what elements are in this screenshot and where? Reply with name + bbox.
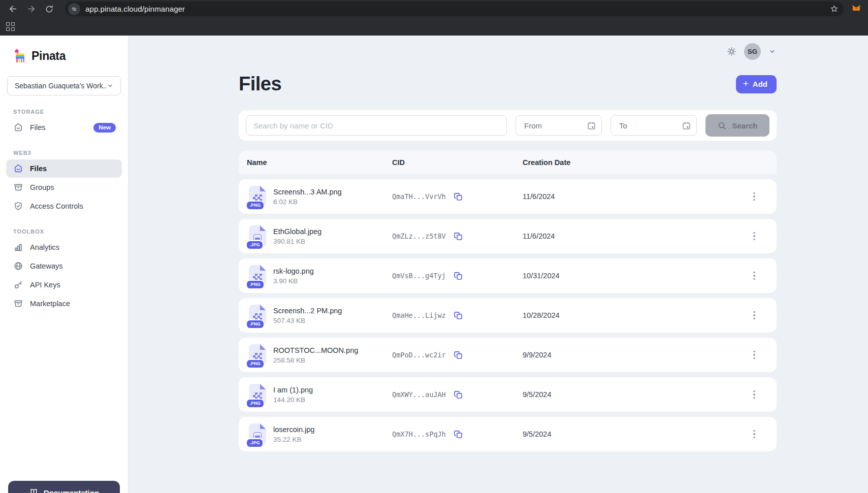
table-row[interactable]: .PNG I am (1).png 144.20 KB QmXWY...auJA… <box>239 377 777 412</box>
url-text[interactable]: app.pinata.cloud/pinmanager <box>85 5 825 13</box>
pinata-icon <box>13 49 27 63</box>
sidebar-item-access-controls[interactable]: Access Controls <box>6 197 122 215</box>
account-bar: SG <box>239 36 777 60</box>
file-type-icon: .PNG <box>249 265 266 286</box>
date-from-field[interactable] <box>516 115 602 136</box>
file-name: ROOTSTOC...MOON.png <box>273 346 358 354</box>
box-icon <box>13 182 23 192</box>
date-to-field[interactable] <box>610 115 697 136</box>
table-row[interactable]: .JPG losercoin.jpg 35.22 KB QmX7H...sPqJ… <box>239 417 777 451</box>
sidebar-item-groups[interactable]: Groups <box>6 178 122 196</box>
add-button[interactable]: + Add <box>736 75 777 93</box>
file-type-icon: .JPG <box>249 423 266 445</box>
creation-date: 10/31/2024 <box>523 272 748 280</box>
sidebar-item-analytics[interactable]: Analytics <box>6 238 122 256</box>
file-name: losercoin.jpg <box>273 425 314 434</box>
copy-icon <box>454 311 463 320</box>
site-settings-icon[interactable] <box>68 3 80 15</box>
bookmark-star-icon[interactable] <box>830 5 839 13</box>
row-menu-button[interactable] <box>748 270 760 282</box>
theme-toggle-sun-icon[interactable] <box>726 46 737 57</box>
section-toolbox: TOOLBOX <box>13 228 122 235</box>
sidebar-item-api-keys[interactable]: API Keys <box>6 276 122 294</box>
creation-date: 9/5/2024 <box>523 390 748 399</box>
sidebar-item-label: Files <box>30 165 47 173</box>
column-cid: CID <box>392 158 523 167</box>
row-menu-button[interactable] <box>748 190 760 203</box>
browser-url-bar[interactable]: app.pinata.cloud/pinmanager <box>65 2 844 16</box>
file-type-icon: .PNG <box>249 384 266 405</box>
creation-date: 9/5/2024 <box>523 430 748 438</box>
bookmarks-bar <box>0 18 868 36</box>
sidebar-item-storage-files[interactable]: Files New <box>6 118 122 137</box>
file-type-icon: .JPG <box>249 225 266 247</box>
file-name: Screensh...3 AM.png <box>273 188 342 196</box>
creation-date: 11/6/2024 <box>523 192 748 201</box>
table-row[interactable]: .PNG rsk-logo.png 3.90 KB QmVsB...g4Tyj … <box>239 258 777 293</box>
sidebar-item-label: API Keys <box>30 281 60 289</box>
workspace-selector[interactable]: Sebastian Guaqueta's Work... <box>7 76 121 95</box>
documentation-label: Documentation <box>44 488 99 493</box>
search-icon <box>717 121 727 130</box>
copy-cid-button[interactable] <box>454 271 463 281</box>
browser-toolbar: app.pinata.cloud/pinmanager <box>0 0 868 18</box>
file-name: EthGlobal.jpeg <box>273 227 322 236</box>
browser-back-button[interactable] <box>6 3 19 16</box>
date-to-input[interactable] <box>618 121 678 130</box>
copy-cid-button[interactable] <box>454 311 463 320</box>
account-chevron-down-icon[interactable] <box>768 47 777 56</box>
copy-cid-button[interactable] <box>454 350 463 360</box>
pinata-logo[interactable]: Pinata <box>6 49 122 63</box>
copy-cid-button[interactable] <box>454 192 463 202</box>
table-row[interactable]: .PNG Screensh...2 PM.png 507.43 KB QmaHe… <box>239 298 777 333</box>
file-cid: QmXWY...auJAH <box>392 390 446 399</box>
sidebar-item-web3-files[interactable]: Files <box>6 159 122 178</box>
metamask-extension-icon[interactable] <box>851 4 862 15</box>
file-name: rsk-logo.png <box>273 267 314 275</box>
copy-cid-button[interactable] <box>454 232 463 241</box>
row-menu-button[interactable] <box>748 388 760 401</box>
copy-icon <box>454 350 463 360</box>
calendar-icon[interactable] <box>587 121 596 130</box>
bar-chart-icon <box>13 242 23 252</box>
file-cid: QmaTH...VvrVh <box>392 192 446 201</box>
search-button[interactable]: Search <box>705 114 769 137</box>
copy-icon <box>454 271 463 281</box>
sidebar-item-label: Analytics <box>30 243 59 251</box>
search-button-label: Search <box>732 121 757 130</box>
row-menu-button[interactable] <box>748 349 760 361</box>
file-cid: QmX7H...sPqJh <box>392 430 446 438</box>
sidebar-item-label: Files <box>30 123 46 132</box>
file-type-badge: .JPG <box>246 240 264 250</box>
date-from-input[interactable] <box>523 121 583 130</box>
file-type-icon: .PNG <box>249 305 266 326</box>
file-type-badge: .PNG <box>246 359 265 369</box>
file-size: 390.81 KB <box>273 238 322 245</box>
main-area: SG Files + Add <box>128 36 868 493</box>
row-menu-button[interactable] <box>748 230 760 243</box>
avatar[interactable]: SG <box>744 43 761 60</box>
sidebar-item-marketplace[interactable]: Marketplace <box>6 294 122 313</box>
table-row[interactable]: .JPG EthGlobal.jpeg 390.81 KB QmZLz...z5… <box>239 219 777 253</box>
file-cid: QmaHe...Lijwz <box>392 311 446 319</box>
page-title: Files <box>239 73 281 95</box>
copy-cid-button[interactable] <box>454 430 463 439</box>
section-storage: STORAGE <box>13 109 122 115</box>
sidebar-item-gateways[interactable]: Gateways <box>6 257 122 275</box>
column-name: Name <box>247 158 392 167</box>
row-menu-button[interactable] <box>748 428 760 441</box>
calendar-icon[interactable] <box>682 121 691 130</box>
table-row[interactable]: .PNG Screensh...3 AM.png 6.02 KB QmaTH..… <box>239 179 777 214</box>
files-icon <box>13 163 23 174</box>
file-size: 507.43 KB <box>273 317 342 324</box>
table-row[interactable]: .PNG ROOTSTOC...MOON.png 258.58 KB QmPoD… <box>239 338 777 372</box>
browser-forward-button[interactable] <box>24 3 38 16</box>
search-input[interactable] <box>246 115 507 136</box>
apps-grid-icon[interactable] <box>4 20 17 33</box>
row-menu-button[interactable] <box>748 309 760 322</box>
copy-cid-button[interactable] <box>454 390 463 400</box>
documentation-button[interactable]: Documentation <box>8 481 120 493</box>
search-panel: Search <box>239 110 777 141</box>
browser-chrome: app.pinata.cloud/pinmanager <box>0 0 868 36</box>
browser-reload-button[interactable] <box>43 3 56 16</box>
